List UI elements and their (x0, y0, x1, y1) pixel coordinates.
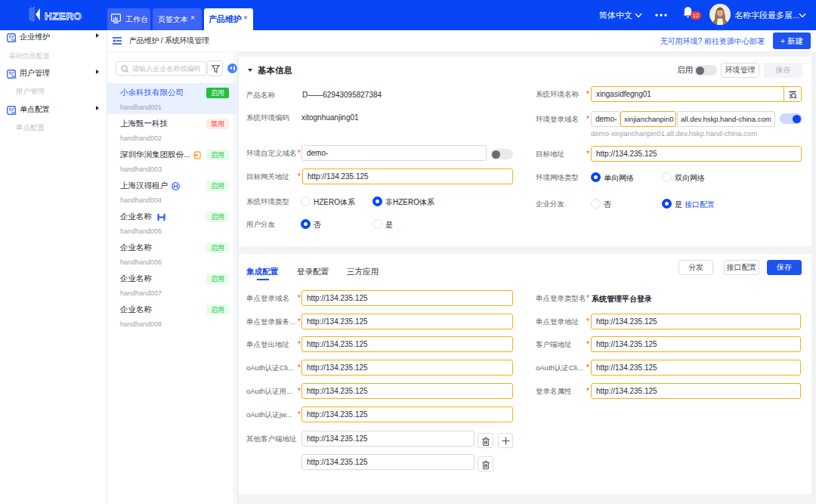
svg-text:HZERO: HZERO (45, 11, 82, 22)
